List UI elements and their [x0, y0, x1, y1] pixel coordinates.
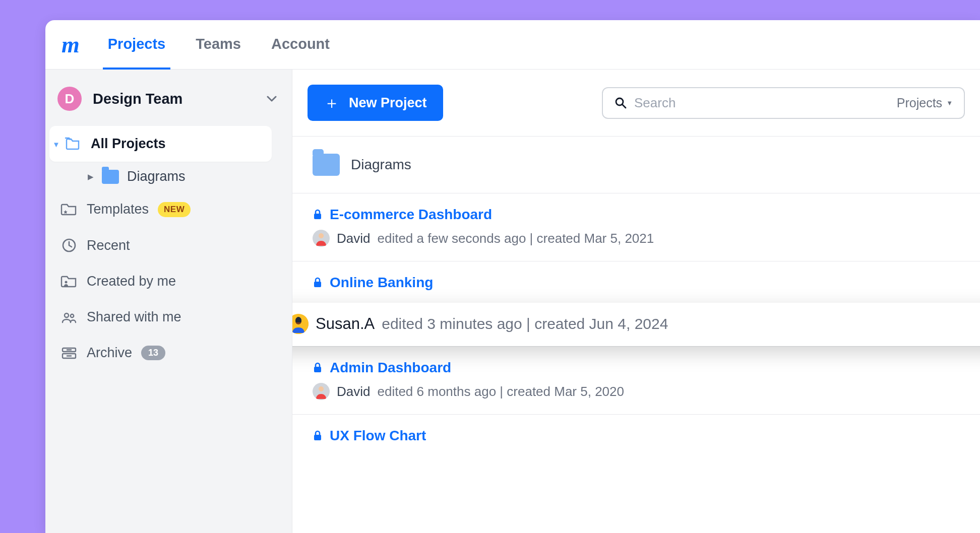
svg-point-1	[65, 281, 68, 283]
project-title: UX Flow Chart	[313, 428, 960, 444]
svg-rect-16	[314, 367, 321, 372]
svg-rect-10	[314, 214, 321, 219]
search-scope-label: Projects	[897, 96, 942, 110]
folder-icon	[102, 170, 119, 184]
team-selector[interactable]: D Design Team	[45, 77, 292, 126]
sidebar-subitem-label: Diagrams	[127, 169, 186, 184]
folder-icon	[313, 154, 340, 176]
team-name: Design Team	[93, 91, 256, 107]
lock-icon	[313, 209, 323, 221]
project-row[interactable]: Online Banking	[292, 261, 980, 303]
project-author: David	[337, 231, 370, 246]
avatar	[313, 230, 330, 247]
svg-point-3	[71, 314, 74, 317]
topbar: m Projects Teams Account	[45, 20, 980, 70]
svg-line-9	[623, 105, 626, 108]
archive-count-badge: 13	[141, 346, 165, 360]
sidebar-item-label: Created by me	[87, 274, 176, 289]
project-title-text: Online Banking	[330, 275, 433, 291]
project-title-text: E-commerce Dashboard	[330, 207, 492, 223]
button-label: New Project	[349, 95, 427, 111]
svg-rect-13	[314, 282, 321, 287]
search-box[interactable]: Projects ▼	[602, 87, 965, 119]
chevron-down-icon	[267, 96, 277, 102]
caret-down-icon: ▼	[52, 140, 60, 148]
team-avatar: D	[57, 87, 82, 111]
project-meta-text: edited a few seconds ago | created Mar 5…	[377, 231, 654, 246]
sidebar: D Design Team ▼ All Projects ▶ Di	[45, 70, 292, 533]
project-row[interactable]: Admin Dashboard David edited 6 months ag…	[292, 346, 980, 414]
svg-point-8	[616, 98, 623, 105]
sidebar-item-label: Templates	[87, 202, 149, 217]
project-title: E-commerce Dashboard	[313, 207, 960, 223]
sidebar-item-archive[interactable]: Archive 13	[45, 335, 272, 371]
project-meta-text: edited 3 minutes ago | created Jun 4, 20…	[382, 315, 668, 332]
project-row-highlighted[interactable]: Susan.A edited 3 minutes ago | created J…	[292, 303, 980, 346]
lock-icon	[313, 362, 323, 374]
sidebar-item-templates[interactable]: Templates NEW	[45, 191, 272, 227]
sidebar-item-label: All Projects	[91, 136, 166, 152]
sidebar-item-label: Archive	[87, 345, 132, 361]
project-title-text: Admin Dashboard	[330, 360, 451, 376]
new-badge: NEW	[158, 202, 191, 217]
sidebar-item-all-projects[interactable]: ▼ All Projects	[49, 126, 272, 162]
project-meta: David edited 6 months ago | created Mar …	[313, 383, 960, 400]
search-icon	[614, 96, 627, 109]
sidebar-item-recent[interactable]: Recent	[45, 227, 272, 263]
avatar	[313, 383, 330, 400]
main-toolbar: ＋ New Project Projects ▼	[292, 70, 980, 137]
app-window: m Projects Teams Account D Design Team ▼…	[45, 20, 980, 533]
lock-icon	[313, 430, 323, 442]
sidebar-subitem-diagrams[interactable]: ▶ Diagrams	[45, 162, 287, 191]
sidebar-nav: ▼ All Projects ▶ Diagrams Templates	[45, 126, 292, 371]
folders-icon	[65, 137, 82, 151]
project-list: E-commerce Dashboard David edited a few …	[292, 193, 980, 458]
project-title: Admin Dashboard	[313, 360, 960, 376]
tab-teams[interactable]: Teams	[191, 20, 246, 70]
svg-point-12	[319, 233, 324, 238]
clock-icon	[60, 237, 78, 253]
avatar	[292, 314, 309, 334]
project-title-text: UX Flow Chart	[330, 428, 426, 444]
caret-down-icon: ▼	[946, 99, 953, 107]
project-meta: Susan.A edited 3 minutes ago | created J…	[292, 314, 980, 334]
project-meta-text: edited 6 months ago | created Mar 5, 202…	[377, 384, 624, 399]
breadcrumb-folder: Diagrams	[351, 157, 411, 173]
content: D Design Team ▼ All Projects ▶ Di	[45, 70, 980, 533]
new-project-button[interactable]: ＋ New Project	[308, 85, 443, 121]
project-meta: David edited a few seconds ago | created…	[313, 230, 960, 247]
sidebar-item-shared-with-me[interactable]: Shared with me	[45, 299, 272, 335]
project-row[interactable]: UX Flow Chart	[292, 414, 980, 458]
project-row[interactable]: E-commerce Dashboard David edited a few …	[292, 193, 980, 261]
search-scope-dropdown[interactable]: Projects ▼	[897, 96, 953, 110]
app-logo: m	[62, 31, 83, 58]
sidebar-item-label: Shared with me	[87, 309, 181, 325]
star-folder-icon	[60, 203, 78, 217]
breadcrumb: Diagrams	[292, 137, 980, 193]
search-input[interactable]	[634, 95, 890, 111]
caret-right-icon: ▶	[88, 172, 94, 181]
sidebar-item-created-by-me[interactable]: Created by me	[45, 263, 272, 299]
svg-rect-19	[314, 435, 321, 440]
project-author: Susan.A	[316, 315, 375, 333]
svg-point-18	[319, 386, 324, 391]
svg-point-2	[65, 313, 69, 317]
people-icon	[60, 310, 78, 324]
main: ＋ New Project Projects ▼ Diagrams	[292, 70, 980, 533]
project-author: David	[337, 384, 370, 399]
person-folder-icon	[60, 275, 78, 289]
archive-icon	[60, 346, 78, 360]
plus-icon: ＋	[324, 95, 340, 111]
lock-icon	[313, 277, 323, 289]
tab-account[interactable]: Account	[266, 20, 335, 70]
project-title: Online Banking	[313, 275, 960, 291]
tab-projects[interactable]: Projects	[103, 20, 170, 70]
sidebar-item-label: Recent	[87, 238, 130, 253]
